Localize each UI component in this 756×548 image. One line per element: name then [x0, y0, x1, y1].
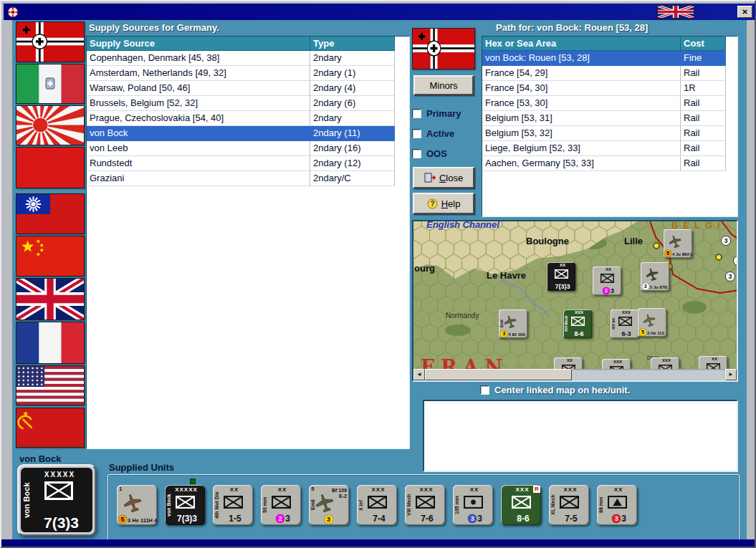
selected-unit-counter[interactable]: von Bock XXXXX 7(3)3	[17, 464, 96, 536]
air-unit-counter[interactable]: 153 He 111H 4	[117, 485, 157, 525]
france-flag[interactable]	[16, 322, 85, 364]
unit-type-symbol	[176, 496, 195, 509]
path-row-value: Rail	[681, 66, 726, 81]
red-flag[interactable]	[16, 147, 85, 188]
strength-badge: 3	[642, 283, 649, 290]
scrollbar-thumb[interactable]	[425, 369, 572, 380]
stack-count-badge: 3	[721, 236, 731, 246]
supply-row[interactable]: Graziani2ndary/C	[87, 171, 409, 186]
strength-badge: 3	[325, 515, 333, 524]
linked-map-panel: English ChannelBoulogneLilleLe Havreourg…	[412, 220, 738, 382]
path-row[interactable]: Liege, Belgium [52, 33]Rail	[482, 141, 737, 156]
ground-unit-counter[interactable]: XX	[699, 356, 727, 369]
supply-row[interactable]: Brussels, Belgium [52, 32]2ndary (6)	[87, 96, 409, 111]
path-row[interactable]: Belgium [53, 32]Rail	[482, 126, 737, 141]
client-area: Supply Sources for Germany. Supply Sourc…	[12, 20, 747, 542]
close-button[interactable]: Close	[413, 167, 474, 188]
republic-of-china-flag[interactable]	[16, 193, 85, 234]
ground-unit-counter[interactable]: XXX	[602, 359, 631, 369]
path-table-header: Hex or Sea Area Cost	[482, 37, 737, 51]
ground-unit-counter[interactable]: 105 mmXX33	[453, 485, 493, 525]
path-row[interactable]: Belgium [53, 31]Rail	[482, 111, 737, 126]
scrollbar-track[interactable]	[425, 369, 725, 380]
china-flag[interactable]	[16, 236, 85, 277]
air-unit-counter[interactable]: 54 Ju 88A1	[664, 229, 692, 258]
strength-badge: 3	[468, 514, 477, 523]
ground-unit-counter[interactable]: X InfXXX7-4	[357, 485, 397, 525]
path-row[interactable]: von Bock: Rouen [53, 28]Fine	[482, 51, 737, 66]
supply-row[interactable]: Warsaw, Poland [50, 46]2ndary (4)	[87, 81, 409, 96]
scroll-right-button[interactable]: ►	[725, 369, 737, 380]
ground-unit-counter[interactable]: XVI MechXXX8-6	[563, 309, 592, 338]
unit-size-symbol: XXX	[412, 486, 441, 493]
ground-unit-counter[interactable]: VIII MechXXX7-6	[405, 485, 445, 525]
ground-unit-counter[interactable]: XX	[554, 357, 583, 369]
unit-type-symbol	[416, 496, 435, 509]
infantry-symbol-icon	[44, 481, 73, 500]
ground-unit-counter[interactable]: XX7(3)3	[547, 262, 575, 291]
von-bock-counter: von Bock XXXXX 7(3)3	[21, 468, 92, 532]
supply-row[interactable]: Prague, Czechoslovakia [54, 40]2ndary	[87, 111, 409, 126]
row-filler	[395, 111, 409, 126]
path-row-value: Rail	[681, 141, 726, 156]
supply-row-value: 2ndary (16)	[310, 141, 395, 156]
unit-strength: 8-6	[507, 514, 540, 524]
titlebar-uk-flag-icon	[657, 5, 694, 19]
ground-unit-counter[interactable]: 88 mmXX33	[597, 485, 637, 525]
ground-unit-counter[interactable]: 50 mmXX23	[261, 485, 301, 525]
path-row[interactable]: France [54, 30]1R	[482, 81, 737, 96]
soviet-union-flag[interactable]	[16, 408, 85, 448]
air-unit-counter[interactable]: 35 Ju 87B	[641, 262, 669, 291]
strength-badge: 3	[500, 330, 507, 337]
row-filler	[726, 51, 737, 66]
ground-unit-counter[interactable]: von BockXXXXX7(3)3	[165, 485, 205, 525]
united-states-flag[interactable]	[16, 365, 85, 405]
ground-unit-counter[interactable]: 4th Mot DivXX1-5	[213, 485, 253, 525]
path-row[interactable]: Aachen, Germany [53, 33]Rail	[482, 156, 737, 171]
center-map-checkbox[interactable]	[480, 385, 489, 395]
path-row[interactable]: France [54, 29]Rail	[482, 66, 737, 81]
air-unit-counter[interactable]: Emil5Bf 109E-23	[309, 485, 349, 525]
unit-size-symbol: XXX	[364, 486, 393, 493]
supply-row[interactable]: Amsterdam, Netherlands [49, 32]2ndary (1…	[87, 66, 409, 81]
map-label: English Channel	[426, 221, 499, 230]
title-bar[interactable]: ✕	[4, 4, 755, 20]
germany-war-ensign-flag[interactable]	[16, 21, 85, 62]
supply-source-header: Supply Source	[87, 37, 310, 51]
ground-unit-counter[interactable]: XXX8-6R	[501, 485, 541, 525]
supply-row[interactable]: Rundstedt2ndary (12)	[87, 156, 409, 171]
ground-unit-counter[interactable]: XX23	[593, 266, 621, 295]
air-unit-counter[interactable]: 53 He 112	[638, 308, 666, 337]
help-button[interactable]: ? Help	[413, 193, 474, 214]
ground-unit-counter[interactable]: XL MechXXX7-5	[549, 485, 589, 525]
italy-flag[interactable]	[16, 64, 85, 104]
oos-checkbox[interactable]	[412, 149, 421, 158]
row-filler	[395, 96, 409, 111]
united-kingdom-flag[interactable]	[16, 278, 85, 320]
unit-strength: 23	[267, 514, 300, 524]
unit-size-symbol: XX	[600, 267, 617, 271]
row-filler	[395, 51, 409, 66]
primary-checkbox[interactable]	[412, 109, 421, 118]
row-filler	[726, 81, 737, 96]
row-filler	[395, 66, 409, 81]
linked-map[interactable]: English ChannelBoulogneLilleLe Havreourg…	[413, 221, 737, 369]
air-unit-counter[interactable]: Emil35 Bf 109	[499, 309, 527, 338]
map-horizontal-scrollbar[interactable]: ◄ ►	[413, 369, 737, 380]
supply-row[interactable]: von Bock2ndary (11)	[87, 126, 409, 141]
active-checkbox[interactable]	[412, 129, 421, 138]
japan-war-flag[interactable]	[16, 105, 85, 145]
close-window-button[interactable]: ✕	[737, 6, 752, 18]
svg-text:?: ?	[430, 200, 434, 208]
path-row-name: France [54, 29]	[482, 66, 681, 81]
strength-badge: 5	[639, 329, 646, 336]
scroll-left-button[interactable]: ◄	[413, 369, 425, 380]
minors-button[interactable]: Minors	[413, 75, 474, 95]
ground-unit-counter[interactable]: XXX	[651, 357, 679, 369]
path-row[interactable]: France [53, 30]Rail	[482, 96, 737, 111]
supply-row[interactable]: Copenhagen, Denmark [45, 38]2ndary	[87, 51, 409, 66]
supply-row[interactable]: von Leeb2ndary (16)	[87, 141, 409, 156]
unit-size-symbol: XX	[706, 357, 723, 361]
ground-unit-counter[interactable]: XIV InfXXX6-3	[611, 309, 639, 338]
supply-panel-title: Supply Sources for Germany.	[89, 22, 219, 33]
